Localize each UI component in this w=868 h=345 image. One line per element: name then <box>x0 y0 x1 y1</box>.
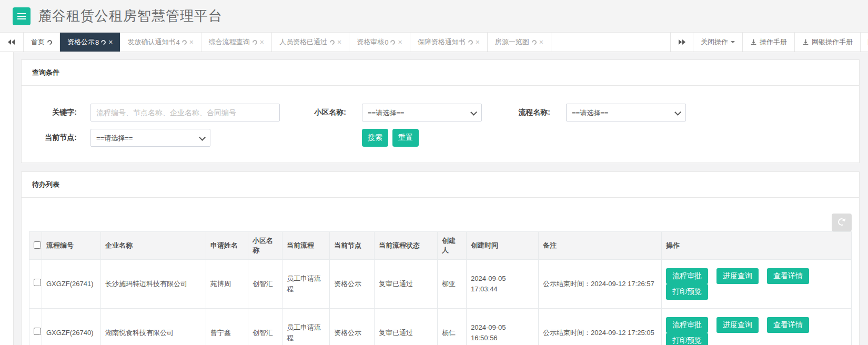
refresh-tab-icon[interactable] <box>251 39 258 46</box>
community-label: 小区名称: <box>280 108 346 117</box>
download-icon <box>802 39 809 46</box>
tab-issue-confirmation-notice[interactable]: 发放确认通知书4 × <box>120 33 201 52</box>
download-icon <box>750 39 757 46</box>
close-tab-icon[interactable]: × <box>260 38 264 46</box>
table-toolbar <box>29 204 852 231</box>
flow-select[interactable]: ==请选择== <box>566 104 686 121</box>
col-header-creator: 创建人 <box>438 232 467 260</box>
close-operations-dropdown[interactable]: 关闭操作 <box>693 33 742 52</box>
cell-remark: 公示结束时间：2024-09-12 17:26:57 <box>539 260 662 309</box>
cell-creator: 杨仁 <box>438 309 467 345</box>
refresh-tab-icon[interactable] <box>531 39 538 46</box>
tab-comprehensive-flow-query[interactable]: 综合流程查询 × <box>201 33 272 52</box>
tab-qualification-publicity[interactable]: 资格公示8 × <box>60 33 120 52</box>
table-row: GXGZF(26740) 湖南悦食科技有限公司 曾宁鑫 创智汇 员工申请流程 资… <box>29 309 852 345</box>
cell-community: 创智汇 <box>248 260 282 309</box>
cell-creator: 柳亚 <box>438 260 467 309</box>
collapsed-sidebar <box>0 52 14 345</box>
view-details-button[interactable]: 查看详情 <box>767 317 809 333</box>
refresh-tab-icon[interactable] <box>467 39 474 46</box>
select-all-checkbox[interactable] <box>34 241 41 249</box>
cell-community: 创智汇 <box>248 309 282 345</box>
scroll-tabs-right-button[interactable] <box>670 33 693 52</box>
hamburger-menu-button[interactable] <box>13 7 31 25</box>
col-header-created: 创建时间 <box>467 232 539 260</box>
tab-home[interactable]: 首页 <box>24 33 60 52</box>
refresh-tab-icon[interactable] <box>390 39 397 46</box>
search-panel: 查询条件 关键字: 小区名称: ==请选择== 流程名称: ==请选择== <box>21 59 860 163</box>
cell-code: GXGZF(26740) <box>42 309 101 345</box>
refresh-icon <box>837 217 846 227</box>
tab-personnel-qualification-passed[interactable]: 人员资格已通过 × <box>272 33 349 52</box>
tab-guarantee-qualification-notice[interactable]: 保障资格通知书 × <box>410 33 488 52</box>
app-header: 麓谷租赁公租房智慧管理平台 <box>0 0 868 33</box>
close-tab-icon[interactable]: × <box>189 38 194 46</box>
community-select[interactable]: ==请选择== <box>362 104 482 121</box>
col-header-status: 当前流程状态 <box>375 232 438 260</box>
col-header-community: 小区名称 <box>248 232 282 260</box>
cell-applicant: 苑博周 <box>206 260 248 309</box>
refresh-tab-icon[interactable] <box>46 39 53 46</box>
tab-qualification-review[interactable]: 资格审核0 × <box>349 33 410 52</box>
flow-approve-button[interactable]: 流程审批 <box>666 317 708 333</box>
refresh-tab-icon[interactable] <box>329 39 336 46</box>
reset-button[interactable]: 重置 <box>392 129 419 147</box>
operation-manual-button[interactable]: 操作手册 <box>742 33 794 52</box>
clipped-tab-tool[interactable]: 回 <box>860 33 868 52</box>
close-tab-icon[interactable]: × <box>539 38 543 46</box>
cell-status: 复审已通过 <box>375 309 438 345</box>
flow-approve-button[interactable]: 流程审批 <box>666 268 708 284</box>
search-panel-title: 查询条件 <box>22 60 859 86</box>
bank-operation-manual-button[interactable]: 网银操作手册 <box>794 33 860 52</box>
flow-name-label: 流程名称: <box>482 108 550 117</box>
progress-query-button[interactable]: 进度查询 <box>716 268 759 284</box>
close-tab-icon[interactable]: × <box>398 38 402 46</box>
cell-company: 湖南悦食科技有限公司 <box>101 309 206 345</box>
node-select-wrapper: ==请选择== <box>90 129 210 147</box>
col-header-node: 当前节点 <box>330 232 375 260</box>
progress-query-button[interactable]: 进度查询 <box>716 317 759 333</box>
col-header-code: 流程编号 <box>42 232 101 260</box>
refresh-tab-icon[interactable] <box>181 39 188 46</box>
community-select-wrapper: ==请选择== <box>362 104 482 121</box>
col-header-applicant: 申请姓名 <box>206 232 248 260</box>
double-chevron-left-icon <box>8 39 11 45</box>
refresh-table-button[interactable] <box>832 214 852 231</box>
todo-panel-title: 待办列表 <box>22 172 859 198</box>
close-tab-icon[interactable]: × <box>108 38 113 46</box>
cell-flow: 员工申请流程 <box>282 260 330 309</box>
tab-housing-overview[interactable]: 房源一览图 × <box>488 33 551 52</box>
cell-created: 2024-09-05 17:03:44 <box>467 260 539 309</box>
row-checkbox[interactable] <box>34 328 41 335</box>
scroll-tabs-left-button[interactable] <box>0 33 24 52</box>
print-preview-button[interactable]: 打印预览 <box>666 333 708 345</box>
tab-bar: 首页 资格公示8 × 发放确认通知书4 × 综合流程查询 × 人员资格已通过 ×… <box>0 33 868 52</box>
cell-status: 复审已通过 <box>375 260 438 309</box>
print-preview-button[interactable]: 打印预览 <box>666 284 708 300</box>
cell-remark: 公示结束时间：2024-09-12 17:25:05 <box>539 309 662 345</box>
cell-code: GXGZF(26741) <box>42 260 101 309</box>
cell-actions: 流程审批进度查询查看详情打印预览 <box>662 309 852 345</box>
caret-down-icon <box>731 41 735 45</box>
refresh-tab-icon[interactable] <box>100 39 107 46</box>
todo-table: 流程编号 企业名称 申请姓名 小区名称 当前流程 当前节点 当前流程状态 创建人… <box>29 231 852 345</box>
keyword-label: 关键字: <box>29 108 77 117</box>
row-checkbox[interactable] <box>34 279 41 286</box>
page-title: 麓谷租赁公租房智慧管理平台 <box>38 7 223 25</box>
cell-company: 长沙施玛特迈科技有限公司 <box>101 260 206 309</box>
col-header-remark: 备注 <box>539 232 662 260</box>
col-header-company: 企业名称 <box>101 232 206 260</box>
view-details-button[interactable]: 查看详情 <box>767 268 809 284</box>
hamburger-icon <box>17 13 26 14</box>
todo-panel: 待办列表 流程编号 <box>21 171 860 345</box>
main-content: 查询条件 关键字: 小区名称: ==请选择== 流程名称: ==请选择== <box>14 52 868 345</box>
table-header-row: 流程编号 企业名称 申请姓名 小区名称 当前流程 当前节点 当前流程状态 创建人… <box>29 232 852 260</box>
cell-actions: 流程审批进度查询查看详情打印预览 <box>662 260 852 309</box>
close-tab-icon[interactable]: × <box>337 38 341 46</box>
col-header-flow: 当前流程 <box>282 232 330 260</box>
cell-node: 资格公示 <box>330 309 375 345</box>
close-tab-icon[interactable]: × <box>476 38 480 46</box>
keyword-input[interactable] <box>90 104 280 121</box>
search-button[interactable]: 搜索 <box>362 129 388 147</box>
node-select[interactable]: ==请选择== <box>90 129 210 147</box>
